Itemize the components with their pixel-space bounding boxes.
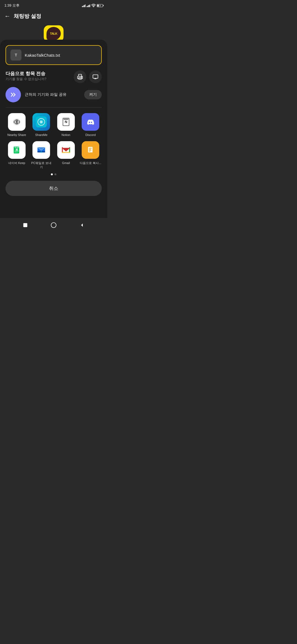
status-bar: 1:39 오후 26 [0, 0, 107, 10]
pc-mail-icon [32, 141, 50, 159]
app-grid: Nearby Share ∞ [6, 113, 102, 169]
svg-point-0 [93, 7, 94, 7]
app-item-copy[interactable]: 다음으로 복사... [79, 141, 102, 169]
dot-2 [54, 173, 56, 175]
svg-point-21 [41, 151, 42, 153]
app-item-shareme[interactable]: ∞ ShareMe [30, 113, 53, 137]
top-navigation: ← 채팅방 설정 [0, 10, 107, 23]
svg-rect-16 [14, 152, 18, 152]
page-dots-indicator [6, 173, 102, 175]
nearby-left: 근처의 기기와 파일 공유 [6, 87, 67, 102]
svg-rect-30 [88, 147, 93, 152]
print-icon [77, 74, 83, 80]
svg-rect-31 [89, 148, 92, 149]
svg-rect-32 [89, 149, 91, 150]
pc-mail-label: PC웨일로 보내기 [30, 161, 53, 169]
nav-home-button[interactable] [50, 221, 57, 229]
svg-rect-10 [64, 119, 68, 120]
nearby-device-section: 근처의 기기와 파일 공유 켜기 [6, 87, 102, 102]
copy-to-icon [82, 141, 99, 159]
bottom-sheet: T KakaoTalkChats.txt 다음으로 항목 전송 기기를 찾을 수… [0, 40, 107, 232]
nearby-label: 근처의 기기와 파일 공유 [25, 92, 67, 97]
shareme-icon: ∞ [32, 113, 50, 131]
nearby-share-label: Nearby Share [7, 133, 26, 137]
back-icon [79, 223, 84, 228]
svg-point-3 [81, 77, 82, 77]
nearby-arrows-icon [9, 91, 17, 99]
svg-rect-26 [62, 152, 70, 153]
app-item-notion[interactable]: N Notion [55, 113, 77, 137]
svg-text:∞: ∞ [40, 121, 42, 123]
kakao-icon: TALK [44, 25, 64, 42]
kakao-talk-text: TALK [50, 32, 57, 35]
print-button[interactable] [74, 70, 86, 83]
signal-icon-2 [87, 4, 90, 7]
cancel-button[interactable]: 취소 [6, 181, 102, 196]
svg-point-36 [51, 223, 56, 228]
nav-back-button[interactable] [78, 221, 86, 229]
svg-marker-37 [81, 223, 83, 227]
navigation-bar [0, 218, 107, 232]
screen-cast-button[interactable] [89, 70, 102, 83]
file-icon: T [10, 50, 21, 61]
app-item-naver-keep[interactable]: 네이버 Keep [6, 141, 28, 169]
svg-rect-34 [89, 151, 90, 152]
status-time: 1:39 오후 [4, 3, 20, 8]
divider [6, 107, 102, 108]
svg-rect-15 [14, 151, 19, 151]
svg-text:N: N [65, 120, 67, 124]
back-button[interactable]: ← [4, 13, 10, 20]
svg-rect-35 [23, 223, 27, 227]
file-name: KakaoTalkChats.txt [25, 53, 60, 58]
gmail-label: Gmail [62, 161, 70, 165]
screen-cast-icon [92, 74, 98, 80]
svg-rect-1 [79, 74, 82, 76]
share-header: 다음으로 항목 전송 기기를 찾을 수 없으십니까? [6, 70, 102, 86]
share-action-buttons [74, 70, 102, 83]
nearby-icon-circle [6, 87, 21, 102]
dot-1 [51, 173, 53, 175]
app-item-discord[interactable]: Discord [79, 113, 102, 137]
naver-keep-label: 네이버 Keep [8, 161, 25, 165]
signal-icon-1 [82, 4, 86, 7]
svg-rect-4 [93, 75, 98, 78]
notion-icon: N [57, 113, 75, 131]
battery-icon: 26 [97, 4, 103, 7]
svg-rect-33 [89, 150, 92, 151]
share-subtitle: 기기를 찾을 수 없으십니까? [6, 77, 46, 81]
app-item-pc-mail[interactable]: PC웨일로 보내기 [30, 141, 53, 169]
share-title: 다음으로 항목 전송 [6, 70, 46, 77]
share-title-group: 다음으로 항목 전송 기기를 찾을 수 없으십니까? [6, 70, 46, 86]
stop-icon [23, 223, 28, 227]
discord-icon [82, 113, 99, 131]
app-item-gmail[interactable]: Gmail [55, 141, 77, 169]
gmail-icon [57, 141, 75, 159]
home-icon [51, 222, 57, 228]
wifi-icon [91, 4, 96, 7]
nearby-share-icon [8, 113, 26, 131]
kakao-bubble: TALK [46, 27, 61, 40]
copy-label: 다음으로 복사... [80, 161, 101, 165]
turn-on-button[interactable]: 켜기 [84, 90, 102, 99]
file-item[interactable]: T KakaoTalkChats.txt [6, 45, 102, 65]
shareme-label: ShareMe [35, 133, 48, 137]
nav-stop-button[interactable] [21, 221, 29, 229]
app-item-nearby-share[interactable]: Nearby Share [6, 113, 28, 137]
notion-label: Notion [62, 133, 70, 137]
naver-keep-icon [8, 141, 26, 159]
page-title: 채팅방 설정 [14, 13, 41, 20]
status-icons: 26 [82, 4, 103, 7]
discord-label: Discord [86, 133, 96, 137]
